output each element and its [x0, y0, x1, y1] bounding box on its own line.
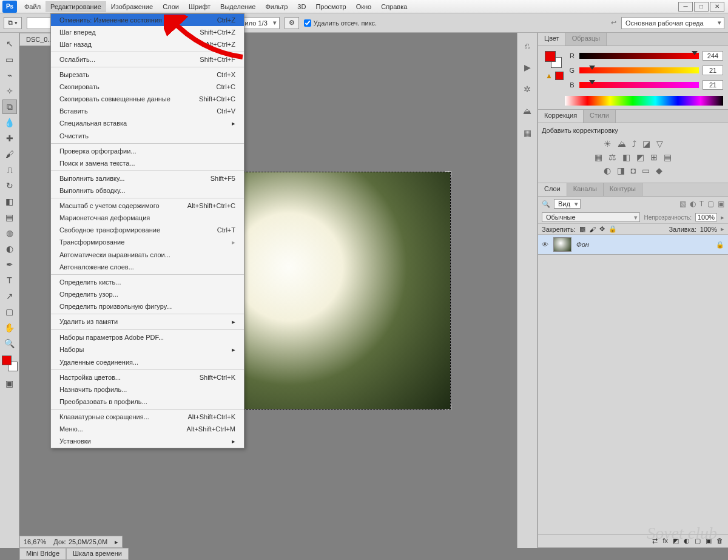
shape-tool[interactable]: ▢: [2, 305, 17, 319]
crop-tool-preset[interactable]: ⧉ ▾: [4, 17, 22, 29]
panel-color-swatches[interactable]: [545, 51, 562, 68]
spectrum-bar[interactable]: [565, 96, 723, 106]
menu-item[interactable]: Наборы▸: [51, 343, 244, 356]
info-panel-icon[interactable]: ▦: [521, 126, 534, 140]
filter-type-icon[interactable]: T: [699, 200, 704, 208]
lock-pos-icon[interactable]: ✥: [599, 225, 605, 233]
lookup-icon[interactable]: ▤: [664, 152, 672, 162]
tab-color[interactable]: Цвет: [538, 33, 566, 46]
menu-item[interactable]: Отменить: Изменение состоянияCtrl+Z: [51, 14, 244, 26]
tab-timeline[interactable]: Шкала времени: [66, 548, 129, 560]
opacity-value[interactable]: 100%: [695, 213, 717, 221]
menu-фильтр[interactable]: Фильтр: [260, 1, 292, 12]
layer-row[interactable]: 👁 Фон 🔒: [538, 235, 728, 255]
menu-item[interactable]: Шаг назадAlt+Ctrl+Z: [51, 38, 244, 50]
color-swatches[interactable]: [2, 356, 18, 371]
lock-trans-icon[interactable]: ▩: [579, 225, 585, 233]
eraser-tool[interactable]: ◧: [2, 194, 17, 209]
exposure-icon[interactable]: ◪: [642, 139, 650, 149]
canvas-image[interactable]: [220, 172, 450, 409]
menu-шрифт[interactable]: Шрифт: [184, 1, 215, 12]
r-value[interactable]: 244: [703, 51, 723, 61]
menu-слои[interactable]: Слои: [158, 1, 184, 12]
menu-item[interactable]: Установки▸: [51, 435, 244, 448]
menu-item[interactable]: Специальная вставка▸: [51, 117, 244, 130]
actions-panel-icon[interactable]: ▶: [521, 61, 534, 74]
gradient-tool[interactable]: ▤: [2, 210, 17, 224]
menu-справка[interactable]: Справка: [376, 1, 412, 12]
menu-item[interactable]: Назначить профиль...: [51, 383, 244, 396]
channel-mixer-icon[interactable]: ⊞: [650, 152, 658, 162]
filter-pixel-icon[interactable]: ▧: [679, 200, 686, 208]
menu-просмотр[interactable]: Просмотр: [311, 1, 351, 12]
selective-color-icon[interactable]: ◆: [656, 166, 662, 175]
tab-layers[interactable]: Слои: [538, 183, 567, 196]
pen-tool[interactable]: ✒: [2, 257, 17, 272]
menu-item[interactable]: ВставитьCtrl+V: [51, 105, 244, 117]
menu-item[interactable]: Клавиатурные сокращения...Alt+Shift+Ctrl…: [51, 411, 244, 423]
settings-gear-icon[interactable]: ⚙: [285, 17, 299, 29]
history-brush-tool[interactable]: ↻: [2, 178, 17, 193]
g-value[interactable]: 21: [703, 66, 723, 75]
heal-tool[interactable]: ✚: [2, 131, 17, 146]
move-tool[interactable]: ↖: [2, 36, 17, 51]
history-icon[interactable]: ↩: [611, 19, 616, 27]
r-slider[interactable]: [579, 53, 699, 59]
dodge-tool[interactable]: ◐: [2, 241, 17, 256]
tab-swatches[interactable]: Образцы: [566, 33, 607, 46]
menu-3d[interactable]: 3D: [292, 1, 311, 12]
menu-item[interactable]: Выполнить заливку...Shift+F5: [51, 172, 244, 184]
menu-item[interactable]: Меню...Alt+Shift+Ctrl+M: [51, 423, 244, 435]
menu-item[interactable]: Удалить из памяти▸: [51, 315, 244, 328]
menu-файл[interactable]: Файл: [19, 1, 46, 12]
tab-adjustments[interactable]: Коррекция: [538, 110, 584, 123]
menu-item[interactable]: Удаленные соединения...: [51, 356, 244, 368]
blend-mode-select[interactable]: Обычные: [542, 212, 640, 222]
filter-adjust-icon[interactable]: ◐: [690, 200, 696, 208]
close-button[interactable]: ✕: [710, 2, 724, 12]
tab-paths[interactable]: Контуры: [604, 183, 642, 196]
bw-icon[interactable]: ◧: [622, 152, 630, 162]
menu-изображение[interactable]: Изображение: [106, 1, 158, 12]
lock-all-icon[interactable]: 🔒: [608, 225, 617, 233]
menu-выделение[interactable]: Выделение: [215, 1, 260, 12]
hand-tool[interactable]: ✋: [2, 320, 17, 335]
menu-item[interactable]: Настройка цветов...Shift+Ctrl+K: [51, 371, 244, 383]
maximize-button[interactable]: □: [694, 2, 709, 12]
brightness-icon[interactable]: ☀: [604, 139, 612, 149]
invert-icon[interactable]: ◐: [604, 166, 611, 175]
b-slider[interactable]: [579, 82, 699, 88]
delete-layer-icon[interactable]: 🗑: [716, 537, 723, 545]
layer-thumbnail[interactable]: [553, 237, 571, 252]
g-slider[interactable]: [579, 67, 699, 73]
menu-item[interactable]: Преобразовать в профиль...: [51, 396, 244, 408]
tab-channels[interactable]: Каналы: [567, 183, 604, 196]
marquee-tool[interactable]: ▭: [2, 52, 17, 67]
tab-styles[interactable]: Стили: [584, 110, 616, 123]
crop-tool[interactable]: ⧉: [2, 100, 17, 114]
threshold-icon[interactable]: ◘: [631, 166, 636, 175]
tab-mini-bridge[interactable]: Mini Bridge: [19, 548, 66, 560]
fill-value[interactable]: 100%: [700, 226, 717, 233]
b-value[interactable]: 21: [703, 80, 723, 90]
brush-tool[interactable]: 🖌: [2, 147, 17, 161]
properties-panel-icon[interactable]: ✲: [521, 83, 534, 96]
lock-paint-icon[interactable]: 🖌: [589, 226, 596, 233]
path-tool[interactable]: ↗: [2, 289, 17, 303]
histogram-panel-icon[interactable]: ⛰: [521, 104, 534, 118]
zoom-level[interactable]: 16,67%: [24, 538, 46, 545]
filter-smart-icon[interactable]: ▣: [718, 200, 724, 208]
eyedropper-tool[interactable]: 💧: [2, 115, 17, 130]
photo-filter-icon[interactable]: ◩: [636, 152, 644, 162]
levels-icon[interactable]: ⛰: [618, 139, 626, 149]
vibrance-icon[interactable]: ▽: [656, 139, 663, 149]
type-tool[interactable]: T: [2, 273, 17, 288]
menu-редактирование[interactable]: Редактирование: [46, 1, 106, 12]
gradient-map-icon[interactable]: ▭: [642, 166, 650, 175]
workspace-select[interactable]: Основная рабочая среда: [621, 17, 724, 29]
lasso-tool[interactable]: ⌁: [2, 68, 17, 83]
menu-item[interactable]: Шаг впередShift+Ctrl+Z: [51, 26, 244, 38]
posterize-icon[interactable]: ◨: [617, 166, 625, 175]
menu-окно[interactable]: Окно: [351, 1, 377, 12]
hue-icon[interactable]: ▦: [595, 152, 602, 162]
